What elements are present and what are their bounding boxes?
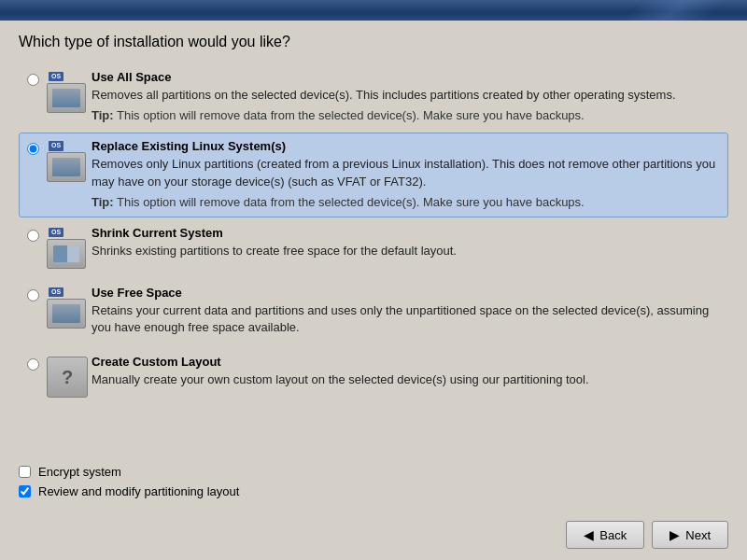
options-list: OS Use All Space Removes all partitions … (19, 63, 728, 448)
option-text-2: Replace Existing Linux System(s) Removes… (92, 139, 720, 211)
icon-replace-existing: OS (47, 139, 92, 184)
back-label: Back (599, 528, 627, 542)
encrypt-system-row[interactable]: Encrypt system (19, 465, 728, 479)
main-content: Which type of installation would you lik… (0, 21, 747, 513)
review-partitioning-row[interactable]: Review and modify partitioning layout (19, 484, 728, 498)
page-title: Which type of installation would you lik… (19, 34, 728, 50)
os-label-2: OS (49, 141, 63, 150)
review-partitioning-checkbox[interactable] (19, 485, 31, 497)
os-label-4: OS (49, 287, 63, 297)
option-replace-existing[interactable]: OS Replace Existing Linux System(s) Remo… (19, 133, 728, 217)
radio-shrink-current[interactable] (27, 230, 39, 245)
shrink-bar (53, 245, 79, 262)
icon-shrink-current: OS (47, 226, 92, 271)
next-button[interactable]: ▶ Next (652, 521, 728, 549)
option-tip-1: Tip: This option will remove data from t… (92, 107, 720, 124)
option-text-3: Shrink Current System Shrinks existing p… (92, 226, 720, 263)
drive-icon-2 (47, 152, 86, 182)
drive-icon-4 (47, 299, 86, 329)
option-text-4: Use Free Space Retains your current data… (92, 286, 720, 340)
question-icon: ? (47, 357, 88, 398)
encrypt-system-label: Encrypt system (38, 465, 121, 479)
drive-icon-1 (47, 83, 86, 113)
next-icon: ▶ (669, 527, 680, 542)
icon-use-free-space: OS (47, 286, 92, 330)
back-icon: ◀ (584, 527, 594, 542)
option-desc-4: Retains your current data and partitions… (92, 302, 720, 336)
option-title-3: Shrink Current System (92, 226, 720, 240)
bottom-bar: ◀ Back ▶ Next (0, 513, 747, 560)
header-bar (0, 0, 747, 21)
icon-create-custom: ? (47, 355, 92, 399)
option-desc-5: Manually create your own custom layout o… (92, 371, 720, 388)
option-use-all-space[interactable]: OS Use All Space Removes all partitions … (19, 63, 728, 131)
option-shrink-current[interactable]: OS Shrink Current System Shrinks existin… (19, 219, 728, 277)
radio-replace-existing[interactable] (27, 143, 39, 158)
option-use-free-space[interactable]: OS Use Free Space Retains your current d… (19, 279, 728, 346)
radio-use-all-space[interactable] (27, 74, 39, 89)
review-partitioning-label: Review and modify partitioning layout (38, 484, 239, 498)
option-tip-2: Tip: This option will remove data from t… (92, 194, 720, 211)
option-desc-2: Removes only Linux partitions (created f… (92, 156, 720, 189)
option-title-4: Use Free Space (92, 286, 720, 300)
option-title-1: Use All Space (92, 70, 720, 84)
os-label-3: OS (49, 228, 63, 237)
shrink-icon (47, 239, 86, 269)
radio-use-free-space[interactable] (27, 289, 39, 304)
encrypt-system-checkbox[interactable] (19, 466, 31, 478)
option-desc-1: Removes all partitions on the selected d… (92, 87, 720, 104)
option-create-custom[interactable]: ? Create Custom Layout Manually create y… (19, 348, 728, 406)
option-desc-3: Shrinks existing partitions to create fr… (92, 243, 720, 259)
next-label: Next (685, 528, 711, 542)
os-label-1: OS (49, 72, 63, 81)
icon-use-all-space: OS (47, 70, 92, 115)
option-title-2: Replace Existing Linux System(s) (92, 139, 720, 153)
option-text-5: Create Custom Layout Manually create you… (92, 355, 720, 392)
checkboxes-section: Encrypt system Review and modify partiti… (19, 457, 728, 504)
radio-create-custom[interactable] (27, 358, 39, 373)
option-title-5: Create Custom Layout (92, 355, 720, 369)
option-text-1: Use All Space Removes all partitions on … (92, 70, 720, 124)
back-button[interactable]: ◀ Back (566, 521, 644, 549)
